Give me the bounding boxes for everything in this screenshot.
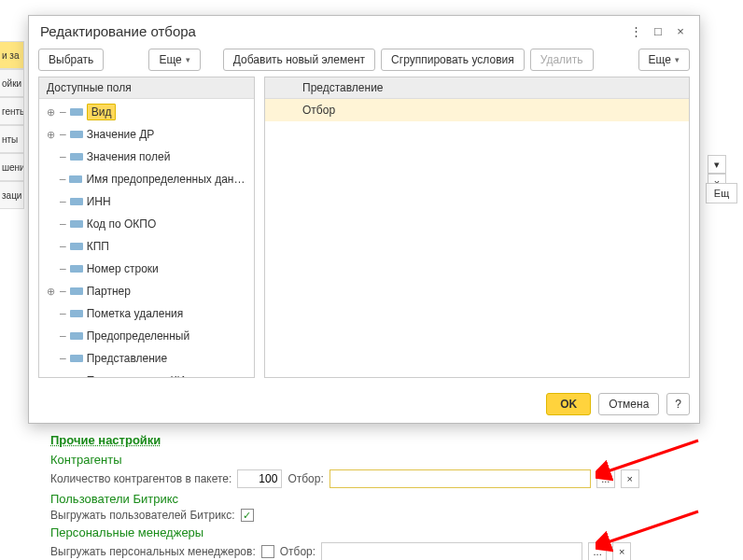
tree-item-label: Вид: [87, 104, 117, 120]
tree-item[interactable]: –Значения полей: [39, 146, 254, 168]
field-icon: [70, 198, 83, 205]
users-export-checkbox[interactable]: ✓: [241, 509, 254, 522]
left-more-button[interactable]: Еще▾: [148, 49, 200, 71]
tree-item[interactable]: –Код по ОКПО: [39, 213, 254, 235]
contragents-otbor-input[interactable]: [329, 469, 591, 488]
representation-list[interactable]: Отбор: [265, 99, 689, 377]
field-icon: [70, 243, 83, 250]
contragents-row: Количество контрагентов в пакете: Отбор:…: [50, 469, 704, 488]
left-tab-4[interactable]: шени: [0, 153, 24, 181]
field-icon: [70, 265, 83, 273]
cancel-button[interactable]: Отмена: [598, 393, 659, 415]
window-more-icon[interactable]: ⋮: [628, 24, 643, 39]
dash-icon: –: [60, 105, 66, 119]
tree-item[interactable]: –Представление КИ: [39, 370, 254, 377]
managers-otbor-input[interactable]: [321, 542, 582, 560]
add-element-button[interactable]: Добавить новый элемент: [223, 49, 375, 71]
users-row: Выгружать пользователей Битрикс: ✓: [50, 509, 704, 522]
representation-panel: Представление Отбор: [264, 77, 690, 378]
tree-item[interactable]: –Представление: [39, 347, 254, 370]
tree-item-label: Представление: [87, 352, 168, 365]
tree-item[interactable]: ⊕–Партнер: [39, 280, 254, 302]
fields-tree[interactable]: ⊕–Вид⊕–Значение ДР–Значения полей–Имя пр…: [39, 99, 254, 377]
available-fields-panel: Доступные поля ⊕–Вид⊕–Значение ДР–Значен…: [38, 77, 255, 378]
select-button[interactable]: Выбрать: [38, 49, 104, 71]
dialog-title: Редактирование отбора: [40, 23, 196, 39]
otbor-label-2: Отбор:: [280, 545, 315, 558]
ok-button[interactable]: OK: [546, 393, 591, 415]
right-more-button[interactable]: Еще▾: [638, 49, 690, 71]
field-icon: [69, 175, 82, 183]
tree-item[interactable]: ⊕–Значение ДР: [39, 123, 254, 146]
window-close-icon[interactable]: ×: [673, 24, 688, 39]
tree-item-label: Предопределенный: [87, 329, 190, 343]
field-icon: [70, 153, 83, 161]
field-icon: [70, 131, 83, 138]
managers-header: Персональные менеджеры: [50, 525, 704, 539]
otbor-label-1: Отбор:: [287, 472, 323, 485]
contragents-otbor-clear-button[interactable]: ×: [621, 469, 639, 488]
dash-icon: –: [60, 217, 66, 231]
field-icon: [70, 332, 83, 340]
tree-item-label: Номер строки: [87, 262, 159, 275]
field-icon: [70, 287, 83, 295]
expand-icon[interactable]: ⊕: [45, 106, 56, 119]
left-tab-2[interactable]: генть: [0, 97, 24, 125]
tree-item[interactable]: –Имя предопределенных данных: [39, 168, 254, 190]
dash-icon: –: [60, 307, 66, 320]
dash-icon: –: [60, 195, 66, 208]
tree-item-label: КПП: [87, 240, 109, 253]
tree-item-label: Пометка удаления: [87, 307, 184, 320]
field-icon: [70, 220, 83, 228]
managers-row: Выгружать персональных менеджеров: Отбор…: [50, 542, 704, 560]
background-more-button[interactable]: Ещ: [706, 183, 737, 203]
dash-icon: –: [60, 262, 66, 275]
contragents-header: Контрагенты: [50, 453, 704, 467]
contragents-otbor-dialog-button[interactable]: ...: [596, 469, 615, 488]
chevron-down-icon: ▾: [186, 55, 190, 64]
contragents-count-input[interactable]: [237, 469, 282, 488]
tree-item[interactable]: –КПП: [39, 235, 254, 258]
chevron-down-icon: ▾: [675, 55, 680, 64]
tree-item[interactable]: –ИНН: [39, 190, 254, 213]
left-tab-5[interactable]: заци: [0, 181, 24, 209]
help-button[interactable]: ?: [666, 393, 690, 415]
tree-item[interactable]: –Предопределенный: [39, 325, 254, 347]
dialog-body: Доступные поля ⊕–Вид⊕–Значение ДР–Значен…: [29, 77, 699, 385]
tree-item[interactable]: –Пометка удаления: [39, 302, 254, 325]
window-maximize-icon[interactable]: □: [651, 24, 666, 39]
left-tab-1[interactable]: ойки: [0, 69, 24, 97]
tree-item[interactable]: ⊕–Вид: [39, 101, 254, 123]
tree-item-label: ИНН: [87, 195, 111, 208]
available-fields-header: Доступные поля: [39, 77, 254, 99]
dash-icon: –: [60, 128, 66, 141]
tree-item-label: Значения полей: [87, 150, 171, 163]
expand-icon[interactable]: ⊕: [45, 129, 56, 141]
expand-icon[interactable]: ⊕: [45, 286, 56, 298]
managers-otbor-dialog-button[interactable]: ...: [588, 542, 607, 560]
field-icon: [70, 108, 83, 116]
right-flip-button[interactable]: ▾: [708, 155, 726, 174]
tree-item[interactable]: –Номер строки: [39, 258, 254, 280]
dialog-footer: OK Отмена ?: [29, 385, 699, 423]
tree-item-label: Код по ОКПО: [87, 217, 157, 231]
other-settings-link[interactable]: Прочие настройки: [50, 433, 161, 447]
tree-item-label: Имя предопределенных данных: [86, 173, 250, 186]
tree-item-label: Представление КИ: [87, 374, 185, 377]
delete-button[interactable]: Удалить: [530, 49, 594, 71]
dash-icon: –: [60, 329, 66, 343]
tree-item-label: Значение ДР: [87, 128, 155, 141]
managers-otbor-clear-button[interactable]: ×: [612, 542, 631, 560]
group-conditions-button[interactable]: Сгруппировать условия: [381, 49, 525, 71]
users-export-label: Выгружать пользователей Битрикс:: [50, 509, 235, 522]
users-header: Пользователи Битрикс: [50, 492, 704, 506]
dash-icon: –: [60, 352, 66, 365]
left-vertical-tabs: и за ойки генть нты шени заци: [0, 41, 24, 209]
left-tab-3[interactable]: нты: [0, 125, 24, 153]
managers-export-checkbox[interactable]: [261, 545, 274, 558]
dash-icon: –: [60, 240, 66, 253]
representation-row[interactable]: Отбор: [265, 99, 689, 121]
left-tab-0[interactable]: и за: [0, 41, 24, 69]
other-settings-section: Прочие настройки Контрагенты Количество …: [50, 433, 704, 560]
dash-icon: –: [60, 285, 66, 298]
